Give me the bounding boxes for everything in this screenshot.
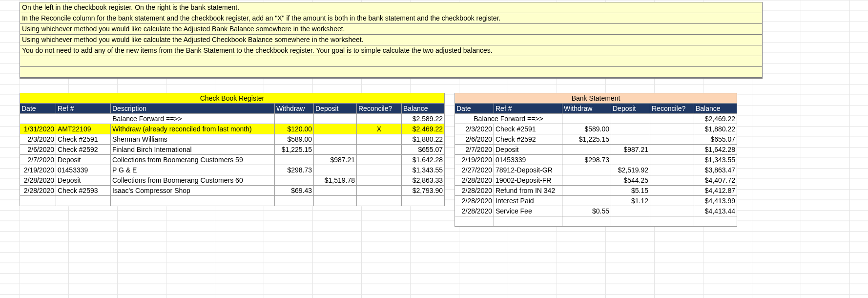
cell-withdraw[interactable]: $589.00 xyxy=(562,124,611,134)
cell-balance[interactable]: $1,642.28 xyxy=(694,145,737,155)
cell-balance[interactable]: $3,863.47 xyxy=(694,165,737,175)
cell-ref[interactable]: Check #2591 xyxy=(56,134,111,145)
cell-balance[interactable]: $2,863.33 xyxy=(402,175,445,186)
cell-withdraw[interactable]: $298.73 xyxy=(562,155,611,165)
cell-desc[interactable]: Sherman Williams xyxy=(111,134,275,145)
cell-deposit[interactable]: $2,519.92 xyxy=(611,165,650,175)
cell-reconcile[interactable] xyxy=(357,175,402,186)
cell-reconcile[interactable] xyxy=(650,196,694,206)
cell-date[interactable]: 2/6/2020 xyxy=(20,145,56,155)
cell-date[interactable]: 2/7/2020 xyxy=(455,145,494,155)
cell-withdraw[interactable] xyxy=(275,155,314,165)
cell-deposit[interactable]: $1.12 xyxy=(611,196,650,206)
cell-desc[interactable]: Collections from Boomerang Customers 60 xyxy=(111,175,275,186)
cell-ref[interactable]: Service Fee xyxy=(494,206,562,216)
cell-date[interactable]: 2/6/2020 xyxy=(455,134,494,145)
balance-forward-value[interactable]: $2,469.22 xyxy=(694,114,737,124)
cell-ref[interactable]: Check #2591 xyxy=(494,124,562,134)
cell[interactable] xyxy=(111,196,275,206)
cell-date[interactable]: 2/7/2020 xyxy=(20,155,56,165)
cell[interactable] xyxy=(494,216,562,227)
cell-withdraw[interactable] xyxy=(562,175,611,186)
cell[interactable] xyxy=(275,114,314,124)
cell-deposit[interactable] xyxy=(314,134,357,145)
cell-reconcile[interactable] xyxy=(357,145,402,155)
cell-date[interactable]: 2/28/2020 xyxy=(455,186,494,196)
cell[interactable] xyxy=(20,196,56,206)
cell-reconcile[interactable]: X xyxy=(357,124,402,134)
cell-ref[interactable]: Interest Paid xyxy=(494,196,562,206)
cell-desc[interactable]: Collections from Boomerang Customers 59 xyxy=(111,155,275,165)
cell-desc[interactable]: Isaac's Compressor Shop xyxy=(111,186,275,196)
cell[interactable] xyxy=(357,196,402,206)
cell-date[interactable]: 2/3/2020 xyxy=(20,134,56,145)
cell[interactable] xyxy=(357,114,402,124)
cell-withdraw[interactable] xyxy=(562,196,611,206)
cell-balance[interactable]: $4,413.44 xyxy=(694,206,737,216)
cell-date[interactable]: 1/31/2020 xyxy=(20,124,56,134)
cell-withdraw[interactable]: $589.00 xyxy=(275,134,314,145)
cell-ref[interactable]: Check #2592 xyxy=(56,145,111,155)
cell-deposit[interactable] xyxy=(314,124,357,134)
cell-reconcile[interactable] xyxy=(357,165,402,175)
cell-reconcile[interactable] xyxy=(650,155,694,165)
cell-ref[interactable]: 78912-Deposit-GR xyxy=(494,165,562,175)
cell-reconcile[interactable] xyxy=(650,186,694,196)
cell-withdraw[interactable]: $69.43 xyxy=(275,186,314,196)
cell-desc[interactable]: P G & E xyxy=(111,165,275,175)
cell-deposit[interactable] xyxy=(611,206,650,216)
cell-ref[interactable]: 01453339 xyxy=(56,165,111,175)
instruction-line[interactable]: You do not need to add any of the new it… xyxy=(20,45,763,56)
cell-ref[interactable]: Deposit xyxy=(56,175,111,186)
cell-withdraw[interactable] xyxy=(562,186,611,196)
cell-ref[interactable]: 01453339 xyxy=(494,155,562,165)
cell-withdraw[interactable]: $0.55 xyxy=(562,206,611,216)
cell-balance[interactable]: $1,642.28 xyxy=(402,155,445,165)
cell-reconcile[interactable] xyxy=(650,206,694,216)
cell-withdraw[interactable]: $120.00 xyxy=(275,124,314,134)
cell-withdraw[interactable] xyxy=(275,175,314,186)
cell-balance[interactable]: $4,413.99 xyxy=(694,196,737,206)
cell[interactable] xyxy=(455,216,494,227)
instruction-line[interactable]: Using whichever method you would like ca… xyxy=(20,35,763,45)
cell-balance[interactable]: $655.07 xyxy=(694,134,737,145)
cell-ref[interactable]: Refund from IN 342 xyxy=(494,186,562,196)
cell-desc[interactable]: Withdraw (already reconciled from last m… xyxy=(111,124,275,134)
cell[interactable] xyxy=(314,196,357,206)
instruction-line[interactable]: On the left in the checkbook register. O… xyxy=(20,2,763,13)
spreadsheet[interactable]: On the left in the checkbook register. O… xyxy=(0,0,868,298)
cell-date[interactable]: 2/28/2020 xyxy=(455,175,494,186)
cell-ref[interactable]: Deposit xyxy=(56,155,111,165)
cell-deposit[interactable]: $987.21 xyxy=(611,145,650,155)
cell-date[interactable]: 2/27/2020 xyxy=(455,165,494,175)
cell-withdraw[interactable] xyxy=(562,165,611,175)
cell-reconcile[interactable] xyxy=(650,124,694,134)
cell[interactable] xyxy=(314,114,357,124)
cell-withdraw[interactable]: $1,225.15 xyxy=(275,145,314,155)
cell-balance[interactable]: $4,407.72 xyxy=(694,175,737,186)
cell-reconcile[interactable] xyxy=(650,175,694,186)
cell[interactable] xyxy=(402,196,445,206)
cell-reconcile[interactable] xyxy=(357,134,402,145)
cell-withdraw[interactable]: $298.73 xyxy=(275,165,314,175)
balance-forward-value[interactable]: $2,589.22 xyxy=(402,114,445,124)
cell[interactable] xyxy=(562,114,611,124)
cell-deposit[interactable] xyxy=(314,165,357,175)
cell-balance[interactable]: $4,412.87 xyxy=(694,186,737,196)
instruction-line[interactable]: In the Reconcile column for the bank sta… xyxy=(20,13,763,24)
cell-ref[interactable]: Check #2592 xyxy=(494,134,562,145)
cell-date[interactable]: 2/19/2020 xyxy=(455,155,494,165)
cell-balance[interactable]: $2,469.22 xyxy=(402,124,445,134)
cell-reconcile[interactable] xyxy=(357,155,402,165)
cell[interactable] xyxy=(56,196,111,206)
cell-date[interactable]: 2/19/2020 xyxy=(20,165,56,175)
cell-date[interactable]: 2/28/2020 xyxy=(20,186,56,196)
cell-withdraw[interactable]: $1,225.15 xyxy=(562,134,611,145)
cell[interactable] xyxy=(275,196,314,206)
cell-reconcile[interactable] xyxy=(650,165,694,175)
instruction-line[interactable] xyxy=(20,56,763,67)
cell-ref[interactable]: Check #2593 xyxy=(56,186,111,196)
cell[interactable] xyxy=(611,216,650,227)
instruction-line[interactable]: Using whichever method you would like ca… xyxy=(20,24,763,35)
cell-balance[interactable]: $1,343.55 xyxy=(402,165,445,175)
